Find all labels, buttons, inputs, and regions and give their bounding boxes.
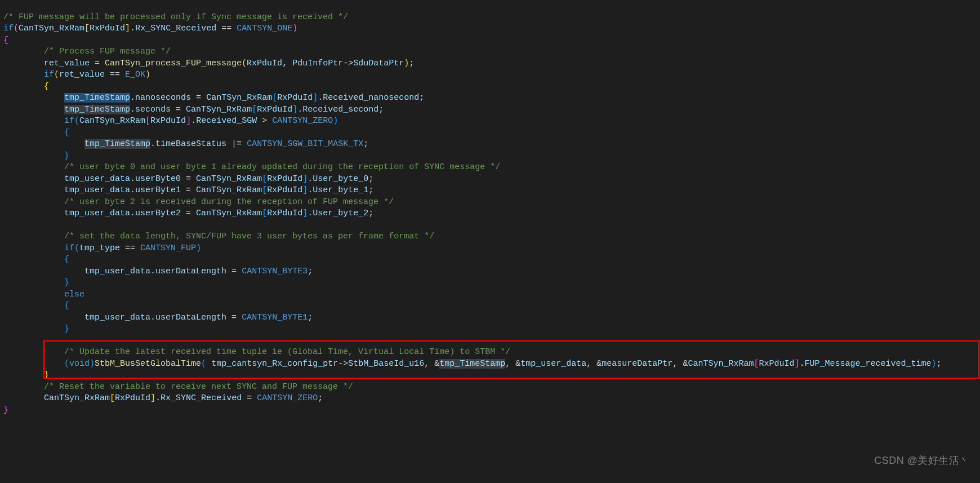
const: CANTSYN_ZERO <box>272 116 333 126</box>
paren-open: ( <box>14 24 19 33</box>
op: = <box>226 267 242 276</box>
ident: CanTSyn_RxRam <box>186 105 252 114</box>
dot: . <box>150 313 155 322</box>
ident: RxPduId <box>150 116 186 126</box>
op: == <box>216 24 237 33</box>
kw-if: if <box>64 116 74 126</box>
dot: . <box>130 185 135 195</box>
dot: . <box>130 105 135 114</box>
bracket: [ <box>262 185 267 195</box>
dot: . <box>150 139 155 149</box>
ident: RxPduId <box>267 209 302 218</box>
semi: ; <box>378 105 384 114</box>
member: userDataLength <box>155 267 226 276</box>
comma: , & <box>586 359 602 369</box>
const: CANTSYN_BYTE3 <box>242 267 308 276</box>
op: |= <box>226 139 247 149</box>
member: FUP_Message_received_time <box>804 359 931 369</box>
comma: , & <box>672 359 688 369</box>
space <box>206 359 211 369</box>
const: CANTSYN_BYTE1 <box>242 313 308 322</box>
member: Rx_SYNC_Received <box>135 24 216 33</box>
dot: . <box>308 174 313 184</box>
brace: { <box>44 82 49 91</box>
bracket: ] <box>302 209 308 218</box>
op: -> <box>343 59 353 68</box>
op: -> <box>338 359 348 369</box>
ident: RxPduId <box>277 93 313 103</box>
paren: ( <box>54 70 59 79</box>
member: Received_nanosecond <box>323 93 419 103</box>
op: = <box>181 209 196 218</box>
dot: . <box>130 209 135 218</box>
selection-highlight: tmp_TimeStamp <box>64 93 130 103</box>
bracket: [ <box>262 209 267 218</box>
arg: measureDataPtr <box>602 359 672 369</box>
brace: { <box>64 301 69 311</box>
paren: ) <box>90 359 95 369</box>
semi: ; <box>368 209 373 218</box>
op: == <box>105 70 125 79</box>
paren: ( <box>74 116 79 126</box>
ident: tmp_user_data <box>84 313 150 322</box>
op: = <box>191 93 206 103</box>
ident: CanTSyn_RxRam <box>206 93 272 103</box>
arg: CanTSyn_RxRam <box>688 359 754 369</box>
arg: RxPduId <box>247 59 282 68</box>
brace: } <box>64 151 69 161</box>
brace: { <box>64 255 69 264</box>
code-comment: /* Update the latest received time tuple… <box>64 347 510 357</box>
code-comment: /* user byte 2 is received during the re… <box>64 197 394 207</box>
code-comment: /* set the data length, SYNC/FUP have 3 … <box>64 232 434 241</box>
ident: tmp_TimeStamp <box>84 139 150 149</box>
ident: CanTSyn_RxRam <box>196 209 262 218</box>
bracket: [ <box>145 116 150 126</box>
ident: RxPduId <box>267 174 302 184</box>
dot: . <box>308 209 313 218</box>
member: User_byte_0 <box>313 174 368 184</box>
selection-match: tmp_TimeStamp <box>84 139 150 149</box>
const: CANTSYN_SGW_BIT_MASK_TX <box>247 139 363 149</box>
paren-close: ) <box>292 24 297 33</box>
bracket: ] <box>186 116 191 126</box>
op: > <box>257 116 272 126</box>
brace: { <box>64 128 69 138</box>
ident: CanTSyn_RxRam <box>196 174 262 184</box>
member: StbM_BaseId_u16 <box>348 359 424 369</box>
member: userDataLength <box>155 313 226 322</box>
const: CANTSYN_FUP <box>140 243 196 253</box>
code-comment: /* FUP message will be processed only if… <box>3 12 348 22</box>
bracket: ] <box>150 393 155 403</box>
const: CANTSYN_ZERO <box>257 393 318 403</box>
semi: ; <box>419 93 424 103</box>
dot: . <box>130 93 135 103</box>
bracket: [ <box>272 93 277 103</box>
brace: } <box>64 324 69 334</box>
dot: . <box>155 393 161 403</box>
op: = <box>181 174 196 184</box>
paren: ( <box>64 359 69 369</box>
const: E_OK <box>125 70 145 79</box>
code-comment: /* user byte 0 and user byte 1 already u… <box>64 162 500 172</box>
brace: { <box>3 36 8 45</box>
op: = <box>181 185 196 195</box>
kw-else: else <box>64 290 84 299</box>
ident: tmp_user_data <box>84 267 150 276</box>
bracket: [ <box>84 24 90 33</box>
bracket: [ <box>252 105 257 114</box>
paren: ( <box>74 243 79 253</box>
bracket: ] <box>313 93 318 103</box>
member: Rx_SYNC_Received <box>161 393 242 403</box>
dot: . <box>130 24 135 33</box>
bracket: ] <box>125 24 130 33</box>
semi: ; <box>368 174 373 184</box>
selection-match: tmp_TimeStamp <box>64 105 130 114</box>
func: CanTSyn_process_FUP_message <box>105 59 242 68</box>
brace: } <box>44 370 49 380</box>
paren: ) <box>404 59 409 68</box>
op: == <box>120 243 140 253</box>
ident: tmp_TimeStamp <box>439 359 505 369</box>
paren: ) <box>196 243 201 253</box>
code-comment: /* Process FUP message */ <box>44 47 171 56</box>
brace: } <box>64 278 69 287</box>
